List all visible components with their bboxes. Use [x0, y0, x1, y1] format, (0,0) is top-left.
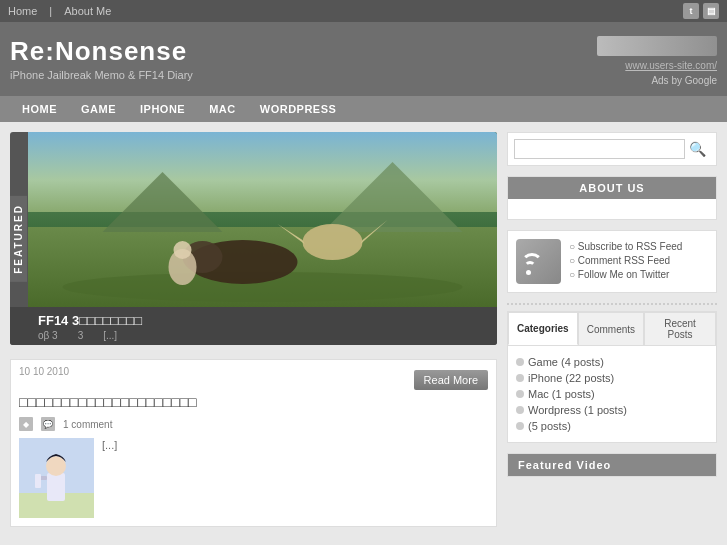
cat-bullet-other	[516, 422, 524, 430]
featured-meta-2: 3	[78, 330, 84, 341]
featured-meta-1: oβ 3	[38, 330, 58, 341]
social-icons: t ▤	[683, 3, 719, 19]
header: Re:Nonsense iPhone Jailbreak Memo & FF14…	[0, 22, 727, 96]
search-button[interactable]: 🔍	[685, 139, 710, 159]
twitter-follow-link[interactable]: Follow Me on Twitter	[569, 269, 682, 280]
cat-link-other[interactable]: (5 posts)	[528, 420, 571, 432]
featured-meta: oβ 3 3 [...]	[38, 330, 487, 341]
tab-categories[interactable]: Categories	[508, 312, 578, 345]
category-other: (5 posts)	[516, 418, 708, 434]
post-thumbnail	[19, 438, 94, 518]
ad-link[interactable]: www.users-site.com/	[625, 60, 717, 71]
post-date: 10 10 2010	[19, 366, 69, 377]
svg-point-13	[46, 456, 66, 476]
svg-rect-12	[47, 473, 65, 501]
tabs-content: Game (4 posts) iPhone (22 posts) Mac (1 …	[508, 345, 716, 442]
search-input[interactable]	[514, 139, 685, 159]
site-subtitle: iPhone Jailbreak Memo & FF14 Diary	[10, 69, 193, 81]
nav-mac[interactable]: MAC	[197, 96, 248, 122]
tag-icon: ◆	[19, 417, 33, 431]
category-mac: Mac (1 posts)	[516, 386, 708, 402]
featured-meta-3: [...]	[103, 330, 117, 341]
tab-recent-posts[interactable]: Recent Posts	[644, 312, 716, 345]
site-title: Re:Nonsense	[10, 36, 193, 67]
cat-count-iphone: (22 posts)	[565, 372, 614, 384]
category-iphone: iPhone (22 posts)	[516, 370, 708, 386]
twitter-icon[interactable]: t	[683, 3, 699, 19]
rss-signal-icon	[524, 247, 554, 277]
header-right: www.users-site.com/ Ads by Google	[597, 36, 717, 86]
category-game: Game (4 posts)	[516, 354, 708, 370]
cat-link-iphone[interactable]: iPhone (22 posts)	[528, 372, 614, 384]
post-excerpt: [...]	[102, 438, 117, 518]
post-meta: ◆ 💬 1 comment	[11, 414, 496, 434]
featured-video-header: Featured Video	[508, 454, 716, 476]
cat-count-other: (5 posts)	[528, 420, 571, 432]
cat-bullet-mac	[516, 390, 524, 398]
rss-widget: Subscribe to RSS Feed Comment RSS Feed F…	[507, 230, 717, 293]
home-link[interactable]: Home	[8, 5, 37, 17]
post-title: □□□□□□□□□□□□□□□□□□□□□	[11, 392, 496, 414]
featured-slider: FEATURED	[10, 132, 497, 345]
featured-video-widget: Featured Video	[507, 453, 717, 477]
dotted-separator	[507, 303, 717, 305]
subscribe-rss-link[interactable]: Subscribe to RSS Feed	[569, 241, 682, 252]
rss-links: Subscribe to RSS Feed Comment RSS Feed F…	[569, 241, 682, 283]
nav-iphone[interactable]: IPHONE	[128, 96, 197, 122]
cat-link-game[interactable]: Game (4 posts)	[528, 356, 604, 368]
search-box: 🔍	[507, 132, 717, 166]
content-area: FEATURED	[10, 132, 497, 539]
nav-wordpress[interactable]: WORDPRESS	[248, 96, 349, 122]
cat-bullet-game	[516, 358, 524, 366]
top-bar: Home | About Me t ▤	[0, 0, 727, 22]
featured-label: FEATURED	[10, 196, 27, 282]
cat-link-mac[interactable]: Mac (1 posts)	[528, 388, 595, 400]
rss-top-icon[interactable]: ▤	[703, 3, 719, 19]
nav: HOME GAME IPHONE MAC WORDPRESS	[0, 96, 727, 122]
post-body: [...]	[11, 434, 496, 526]
game-scene-svg	[28, 132, 497, 307]
ads-label: Ads by Google	[651, 75, 717, 86]
rss-arc-large	[521, 253, 543, 275]
category-wordpress: Wordpress (1 posts)	[516, 402, 708, 418]
featured-post-title: FF14 3□□□□□□□□	[38, 313, 487, 328]
comment-count: 1 comment	[63, 419, 112, 430]
game-scene-bg	[28, 132, 497, 307]
svg-point-5	[303, 224, 363, 260]
read-more-button[interactable]: Read More	[414, 370, 488, 390]
svg-marker-6	[278, 224, 305, 244]
cat-count-mac: (1 posts)	[552, 388, 595, 400]
svg-point-9	[174, 241, 192, 259]
about-header: ABOUT US	[508, 177, 716, 199]
about-widget: ABOUT US	[507, 176, 717, 220]
comment-rss-link[interactable]: Comment RSS Feed	[569, 255, 682, 266]
about-body	[508, 199, 716, 219]
about-link[interactable]: About Me	[64, 5, 111, 17]
svg-marker-1	[103, 172, 223, 232]
featured-caption: FF14 3□□□□□□□□ oβ 3 3 [...]	[10, 307, 497, 345]
comment-icon: 💬	[41, 417, 55, 431]
cat-count-game: (4 posts)	[561, 356, 604, 368]
cat-bullet-wordpress	[516, 406, 524, 414]
top-sep: |	[49, 5, 52, 17]
cat-link-wordpress[interactable]: Wordpress (1 posts)	[528, 404, 627, 416]
nav-game[interactable]: GAME	[69, 96, 128, 122]
sidebar: 🔍 ABOUT US Subscribe to RSS Feed Comment…	[507, 132, 717, 539]
site-branding: Re:Nonsense iPhone Jailbreak Memo & FF14…	[10, 36, 193, 81]
featured-image	[28, 132, 497, 307]
cat-count-wordpress: (1 posts)	[584, 404, 627, 416]
tabs-header: Categories Comments Recent Posts	[508, 312, 716, 345]
rss-icon-area	[516, 239, 561, 284]
svg-marker-2	[323, 162, 463, 232]
anime-bg	[19, 438, 94, 518]
cat-bullet-iphone	[516, 374, 524, 382]
tab-comments[interactable]: Comments	[578, 312, 644, 345]
anime-illustration	[19, 438, 94, 518]
post-item: 10 10 2010 Read More □□□□□□□□□□□□□□□□□□□…	[10, 359, 497, 527]
main-layout: FEATURED	[0, 122, 727, 545]
nav-home[interactable]: HOME	[10, 96, 69, 122]
svg-rect-15	[35, 474, 41, 488]
tabs-widget: Categories Comments Recent Posts Game (4…	[507, 311, 717, 443]
